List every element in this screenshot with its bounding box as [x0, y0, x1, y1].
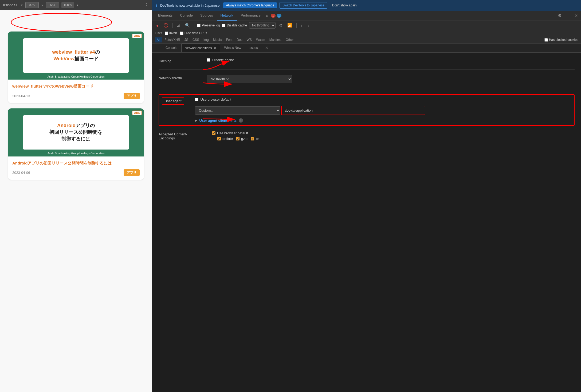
width-input[interactable]: [25, 2, 39, 8]
devtools-panel: ℹ DevTools is now available in Japanese!…: [152, 0, 581, 392]
sub-tab-issues[interactable]: Issues: [245, 44, 262, 52]
abc-badge-2: ABC: [132, 111, 142, 115]
disable-cache-checkbox[interactable]: [222, 24, 225, 27]
user-agent-label: User agent: [162, 97, 184, 105]
has-blocked-label[interactable]: Has blocked cookies: [544, 38, 578, 42]
card-meta-2: 2023-04-06 アプリ: [12, 169, 140, 176]
filter-font[interactable]: Font: [224, 37, 234, 42]
ua-custom-select[interactable]: Custom...: [195, 106, 280, 115]
deflate-label[interactable]: deflate: [217, 137, 233, 141]
preserve-log-checkbox[interactable]: [197, 24, 201, 27]
sub-tab-network-conditions[interactable]: Network conditions ✕: [181, 44, 220, 52]
invert-label[interactable]: Invert: [165, 31, 177, 35]
tab-elements[interactable]: Elements: [154, 11, 176, 21]
hide-data-urls-label[interactable]: Hide data URLs: [180, 31, 207, 35]
filter-img[interactable]: Img: [202, 37, 211, 42]
tab-performance[interactable]: Performance: [237, 11, 264, 21]
tab-icons: ⚙ ⋮ ✕: [557, 12, 579, 19]
filter-doc[interactable]: Doc: [235, 37, 244, 42]
card-title-webview: WebView: [53, 56, 74, 61]
device-label: iPhone SE: [3, 3, 18, 7]
filter-all[interactable]: All: [155, 37, 162, 42]
gzip-checkbox[interactable]: [236, 137, 240, 140]
record-button[interactable]: ●: [155, 22, 160, 29]
zoom-selector[interactable]: 100%: [61, 2, 74, 8]
main-tabs: Elements Console Sources Network Perform…: [152, 11, 581, 21]
sub-tab-whats-new[interactable]: What's New: [220, 44, 245, 52]
close-devtools-icon[interactable]: ✕: [573, 12, 579, 19]
settings-icon[interactable]: ⚙: [557, 12, 563, 19]
ua-hints-row[interactable]: ▶ User agent client hints i: [195, 118, 571, 123]
hide-data-urls-checkbox[interactable]: [180, 32, 183, 35]
search-icon[interactable]: 🔍: [184, 22, 191, 29]
gzip-label[interactable]: gzip: [236, 137, 248, 141]
card-footer-1: Asahi Broadcasting Group Holdings Corpor…: [8, 74, 144, 80]
use-browser-default-label: Use browser default: [201, 97, 231, 101]
use-browser-default-checkbox[interactable]: [195, 98, 198, 101]
wifi-icon[interactable]: 📶: [286, 22, 294, 29]
tab-sources[interactable]: Sources: [197, 11, 217, 21]
card-title-body-2: Androidアプリの初回リリース公開時間を制御するには: [12, 160, 140, 166]
filter-css[interactable]: CSS: [191, 37, 201, 42]
browser-panel: iPhone SE ▼ × 100% ▼ ⋮ ABC webview_flutt…: [0, 0, 152, 392]
warning-badge: 1: [277, 14, 281, 18]
filter-other[interactable]: Other: [284, 37, 296, 42]
red-oval-annotation: [11, 13, 112, 32]
app-badge-2: アプリ: [124, 169, 140, 176]
devtools-more-icon[interactable]: ⋮: [565, 12, 571, 19]
sub-tab-close-right[interactable]: ✕: [263, 44, 270, 52]
upload-icon[interactable]: ↑: [299, 22, 304, 29]
tab-console[interactable]: Console: [176, 11, 197, 21]
filter-manifest[interactable]: Manifest: [268, 37, 283, 42]
caching-row: Caching Disable cache: [159, 58, 575, 70]
download-icon[interactable]: ↓: [306, 22, 311, 29]
filter-media[interactable]: Media: [211, 37, 224, 42]
error-badge: 1: [271, 14, 276, 18]
throttle-settings-icon[interactable]: ⚙: [278, 22, 284, 29]
filter-wasm[interactable]: Wasm: [254, 37, 267, 42]
accepted-encodings-content: Use browser default deflate gzip br: [212, 131, 575, 141]
throttling-select[interactable]: No throttling: [207, 75, 292, 83]
use-browser-default-enc-checkbox[interactable]: [212, 131, 215, 135]
use-browser-default-enc-label: Use browser default: [217, 131, 248, 135]
br-label[interactable]: br: [251, 137, 259, 141]
user-agent-content: Use browser default Custom... ▶ User age…: [195, 97, 571, 123]
close-network-conditions-icon[interactable]: ✕: [213, 46, 217, 50]
filter-ws[interactable]: WS: [245, 37, 254, 42]
ua-hints-label: User agent client hints: [199, 119, 237, 123]
ua-custom-input[interactable]: [281, 106, 425, 115]
more-icon[interactable]: ⋮: [144, 2, 149, 8]
more-tabs-icon[interactable]: »: [264, 14, 270, 18]
card-image-inner-1: webview_flutter v4の WebView描画コード: [23, 38, 129, 73]
match-language-button[interactable]: Always match Chrome's language: [223, 2, 277, 8]
sub-tab-console[interactable]: Console: [162, 44, 181, 52]
throttling-label: Network throttling: [159, 75, 201, 80]
invert-checkbox[interactable]: [165, 32, 168, 35]
filter-fetch-xhr[interactable]: Fetch/XHR: [163, 37, 182, 42]
dont-show-button[interactable]: Don't show again: [330, 2, 359, 8]
clear-button[interactable]: 🚫: [162, 22, 170, 29]
throttle-select[interactable]: No throttling: [249, 22, 276, 29]
disable-cache-nc-checkbox[interactable]: [207, 58, 210, 62]
preserve-log-label[interactable]: Preserve log: [197, 23, 220, 27]
filter-bar: Filter Invert Hide data URLs: [152, 30, 581, 36]
filter-icon[interactable]: ⊿: [175, 22, 182, 29]
br-checkbox[interactable]: [251, 137, 254, 140]
gzip-text: gzip: [241, 137, 248, 141]
filter-label: Filter: [155, 31, 162, 35]
app-badge-1: アプリ: [124, 93, 140, 99]
ua-hints-arrow-icon: ▶: [195, 119, 197, 122]
sub-tab-more-icon[interactable]: ⋮: [152, 44, 162, 52]
throttling-row: Network throttling No throttling: [159, 75, 575, 89]
switch-japanese-button[interactable]: Switch DevTools to Japanese: [280, 2, 327, 9]
disable-cache-row: Disable cache: [207, 58, 575, 62]
company-name-2: Asahi Broadcasting Group Holdings Corpor…: [48, 152, 104, 155]
browser-toolbar: iPhone SE ▼ × 100% ▼ ⋮: [0, 0, 152, 10]
disable-cache-label[interactable]: Disable cache: [222, 23, 247, 27]
has-blocked-checkbox[interactable]: [544, 38, 548, 42]
ua-hints-info-icon: i: [239, 118, 243, 123]
tab-network[interactable]: Network: [217, 11, 237, 21]
deflate-checkbox[interactable]: [217, 137, 221, 140]
filter-js[interactable]: JS: [183, 37, 190, 42]
height-input[interactable]: [46, 2, 59, 8]
